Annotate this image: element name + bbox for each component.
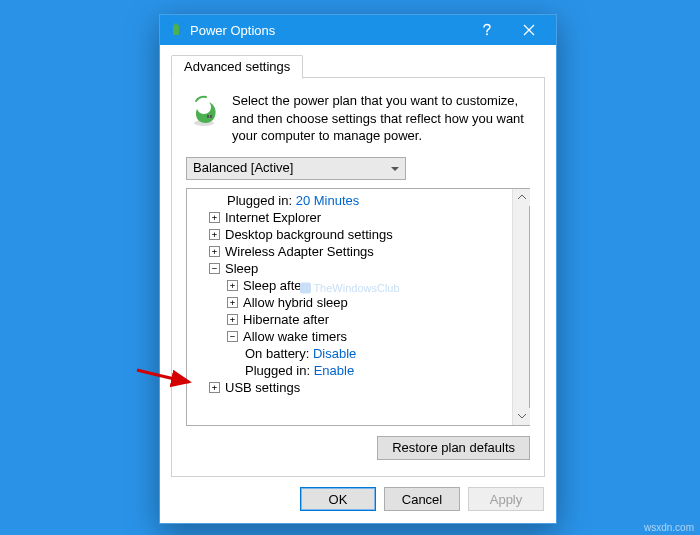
- chevron-down-icon: [518, 413, 526, 419]
- restore-defaults-button[interactable]: Restore plan defaults: [377, 436, 530, 460]
- tree-item-usb-settings[interactable]: + USB settings: [191, 379, 512, 396]
- tree-label: USB settings: [225, 379, 300, 396]
- help-icon: [480, 23, 494, 37]
- svg-point-2: [486, 33, 488, 35]
- tab-panel: Select the power plan that you want to c…: [171, 78, 545, 477]
- expand-icon[interactable]: +: [227, 280, 238, 291]
- svg-rect-5: [210, 115, 212, 118]
- tree-item-internet-explorer[interactable]: + Internet Explorer: [191, 209, 512, 226]
- dialog-client: Advanced settings Select the power plan …: [160, 45, 556, 477]
- tree-value-link[interactable]: Disable: [313, 345, 356, 362]
- help-button[interactable]: [466, 16, 508, 44]
- scroll-down-button[interactable]: [513, 408, 530, 425]
- collapse-icon[interactable]: −: [209, 263, 220, 274]
- tree-label: On battery:: [245, 345, 309, 362]
- scroll-up-button[interactable]: [513, 189, 530, 206]
- ok-button[interactable]: OK: [300, 487, 376, 511]
- tree-label: Plugged in:: [227, 192, 292, 209]
- tree-label: Plugged in:: [245, 362, 310, 379]
- power-plan-select[interactable]: Balanced [Active]: [186, 157, 406, 180]
- svg-rect-0: [173, 25, 179, 35]
- power-plan-icon: [186, 92, 222, 128]
- tree-label: Sleep: [225, 260, 258, 277]
- close-button[interactable]: [508, 16, 550, 44]
- expand-icon[interactable]: +: [209, 246, 220, 257]
- svg-rect-1: [175, 24, 178, 26]
- tree-item-sleep-after[interactable]: + Sleep after: [191, 277, 512, 294]
- tree-label: Desktop background settings: [225, 226, 393, 243]
- close-icon: [523, 24, 535, 36]
- tree-item-wireless-adapter[interactable]: + Wireless Adapter Settings: [191, 243, 512, 260]
- window-title: Power Options: [190, 23, 466, 38]
- tree-item-desktop-background[interactable]: + Desktop background settings: [191, 226, 512, 243]
- tree-value-link[interactable]: Enable: [314, 362, 354, 379]
- power-options-dialog: Power Options Advanced settings: [159, 14, 557, 524]
- tree-item-plugged-in-top[interactable]: Plugged in: 20 Minutes: [191, 192, 512, 209]
- apply-button: Apply: [468, 487, 544, 511]
- tree-item-allow-hybrid-sleep[interactable]: + Allow hybrid sleep: [191, 294, 512, 311]
- expand-icon[interactable]: +: [209, 382, 220, 393]
- collapse-icon[interactable]: −: [227, 331, 238, 342]
- tree-label: Sleep after: [243, 277, 306, 294]
- tab-strip: Advanced settings: [171, 54, 545, 78]
- expand-icon[interactable]: +: [209, 212, 220, 223]
- restore-row: Restore plan defaults: [186, 426, 530, 460]
- cancel-button[interactable]: Cancel: [384, 487, 460, 511]
- chevron-up-icon: [518, 194, 526, 200]
- tree-item-wake-timers-plugged-in[interactable]: Plugged in: Enable: [191, 362, 512, 379]
- expand-icon[interactable]: +: [227, 314, 238, 325]
- svg-rect-4: [207, 115, 209, 118]
- power-plan-selected-value: Balanced [Active]: [193, 160, 293, 175]
- tree-item-hibernate-after[interactable]: + Hibernate after: [191, 311, 512, 328]
- battery-app-icon: [168, 22, 184, 38]
- expand-icon[interactable]: +: [209, 229, 220, 240]
- tree-label: Internet Explorer: [225, 209, 321, 226]
- tab-advanced-settings[interactable]: Advanced settings: [171, 55, 303, 79]
- intro-block: Select the power plan that you want to c…: [186, 92, 530, 145]
- tree-item-allow-wake-timers[interactable]: − Allow wake timers: [191, 328, 512, 345]
- settings-tree-container: TheWindowsClub Plugged in: 20 Minutes + …: [186, 188, 530, 426]
- settings-tree[interactable]: TheWindowsClub Plugged in: 20 Minutes + …: [187, 189, 512, 425]
- dialog-button-row: OK Cancel Apply: [160, 477, 556, 523]
- tree-item-wake-timers-on-battery[interactable]: On battery: Disable: [191, 345, 512, 362]
- expand-icon[interactable]: +: [227, 297, 238, 308]
- tree-value-link[interactable]: 20 Minutes: [296, 192, 360, 209]
- tree-scrollbar[interactable]: [512, 189, 529, 425]
- tree-label: Allow wake timers: [243, 328, 347, 345]
- tree-label: Allow hybrid sleep: [243, 294, 348, 311]
- titlebar[interactable]: Power Options: [160, 15, 556, 45]
- page-watermark: wsxdn.com: [644, 522, 694, 533]
- tree-label: Hibernate after: [243, 311, 329, 328]
- tree-item-sleep[interactable]: − Sleep: [191, 260, 512, 277]
- tree-label: Wireless Adapter Settings: [225, 243, 374, 260]
- intro-text: Select the power plan that you want to c…: [232, 92, 530, 145]
